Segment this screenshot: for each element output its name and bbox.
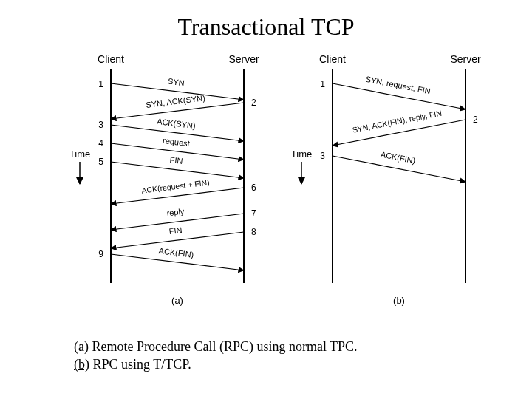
caption-b-text: RPC using T/TCP. xyxy=(89,357,191,372)
caption-b-prefix: (b) xyxy=(74,357,89,372)
msg-a-2-label: SYN, ACK(SYN) xyxy=(146,93,206,109)
time-label-a: Time xyxy=(69,149,90,160)
step-a-3: 3 xyxy=(98,120,103,130)
msg-a-8-label: FIN xyxy=(168,225,183,236)
sequence-diagrams: Client Server Time 1 3 4 5 9 2 6 7 8 SYN… xyxy=(0,47,532,320)
step-a-1: 1 xyxy=(98,79,103,89)
msg-a-6-label: ACK(request + FIN) xyxy=(141,177,210,194)
msg-b-2-label: SYN, ACK(FIN), reply, FIN xyxy=(352,108,443,134)
client-label-b: Client xyxy=(319,53,346,65)
client-label-a: Client xyxy=(98,53,124,65)
time-label-b: Time xyxy=(291,149,312,160)
step-b-1: 1 xyxy=(320,79,325,89)
step-b-2: 2 xyxy=(473,115,478,125)
step-a-2: 2 xyxy=(251,98,256,108)
msg-a-7-label: reply xyxy=(166,207,185,218)
msg-a-3-label: ACK(SYN) xyxy=(157,117,197,130)
step-b-3: 3 xyxy=(320,151,325,161)
step-a-6: 6 xyxy=(251,183,256,193)
step-a-7: 7 xyxy=(251,208,256,219)
caption: (a) Remote Procedure Call (RPC) using no… xyxy=(74,338,532,374)
msg-a-9-label: ACK(FIN) xyxy=(158,246,194,259)
step-a-5: 5 xyxy=(98,157,103,167)
sublabel-b: (b) xyxy=(393,295,405,306)
step-a-4: 4 xyxy=(98,138,103,149)
panel-b: Client Server Time 1 2 3 SYN, request, F… xyxy=(291,53,481,306)
msg-a-4-label: request xyxy=(163,136,191,148)
msg-b-1-label: SYN, request, FIN xyxy=(365,75,432,96)
panel-a: Client Server Time 1 3 4 5 9 2 6 7 8 SYN… xyxy=(69,53,259,306)
msg-a-5-label: FIN xyxy=(169,155,183,166)
page-title: Transactional TCP xyxy=(0,13,532,41)
msg-b-3-label: ACK(FIN) xyxy=(380,150,416,166)
server-label-b: Server xyxy=(450,53,481,65)
caption-line-a: (a) Remote Procedure Call (RPC) using no… xyxy=(74,338,532,355)
step-a-9: 9 xyxy=(98,249,103,259)
server-label-a: Server xyxy=(228,53,259,65)
step-a-8: 8 xyxy=(251,227,256,237)
msg-a-1-label: SYN xyxy=(168,77,185,88)
caption-a-text: Remote Procedure Call (RPC) using normal… xyxy=(89,339,358,354)
caption-line-b: (b) RPC using T/TCP. xyxy=(74,355,532,373)
sublabel-a: (a) xyxy=(171,295,183,306)
caption-a-prefix: (a) xyxy=(74,339,89,354)
